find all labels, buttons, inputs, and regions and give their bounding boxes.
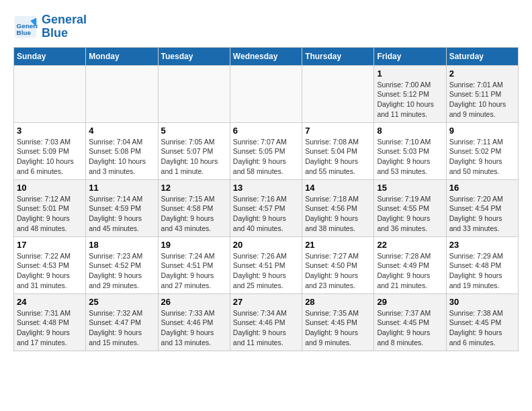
calendar-cell: 26Sunrise: 7:33 AM Sunset: 4:46 PM Dayli… <box>158 293 230 351</box>
day-info: Sunrise: 7:24 AM Sunset: 4:51 PM Dayligh… <box>161 251 227 291</box>
calendar-header: SundayMondayTuesdayWednesdayThursdayFrid… <box>14 47 519 65</box>
weekday-row: SundayMondayTuesdayWednesdayThursdayFrid… <box>14 47 519 65</box>
logo: General Blue GeneralBlue <box>13 13 87 40</box>
calendar-cell: 13Sunrise: 7:16 AM Sunset: 4:57 PM Dayli… <box>230 179 302 236</box>
day-number: 21 <box>305 240 371 250</box>
weekday-header: Monday <box>86 47 158 65</box>
day-info: Sunrise: 7:14 AM Sunset: 4:59 PM Dayligh… <box>89 194 154 234</box>
day-info: Sunrise: 7:34 AM Sunset: 4:46 PM Dayligh… <box>233 308 299 348</box>
calendar-cell <box>230 65 302 122</box>
day-info: Sunrise: 7:29 AM Sunset: 4:48 PM Dayligh… <box>449 251 515 291</box>
weekday-header: Tuesday <box>158 47 230 65</box>
day-info: Sunrise: 7:11 AM Sunset: 5:02 PM Dayligh… <box>449 137 515 177</box>
calendar-cell: 18Sunrise: 7:23 AM Sunset: 4:52 PM Dayli… <box>86 236 158 293</box>
day-number: 18 <box>89 240 154 250</box>
day-number: 2 <box>449 68 515 79</box>
day-number: 12 <box>161 183 227 193</box>
calendar-cell: 21Sunrise: 7:27 AM Sunset: 4:50 PM Dayli… <box>302 236 374 293</box>
calendar-cell: 29Sunrise: 7:37 AM Sunset: 4:45 PM Dayli… <box>374 293 446 351</box>
day-number: 22 <box>377 240 443 250</box>
day-info: Sunrise: 7:04 AM Sunset: 5:08 PM Dayligh… <box>89 137 154 177</box>
calendar: SundayMondayTuesdayWednesdayThursdayFrid… <box>13 47 519 351</box>
calendar-cell <box>158 65 230 122</box>
day-number: 29 <box>377 297 443 307</box>
day-number: 27 <box>233 297 299 307</box>
day-info: Sunrise: 7:23 AM Sunset: 4:52 PM Dayligh… <box>89 251 154 291</box>
day-info: Sunrise: 7:03 AM Sunset: 5:09 PM Dayligh… <box>17 137 83 177</box>
calendar-week-row: 1Sunrise: 7:00 AM Sunset: 5:12 PM Daylig… <box>14 65 519 122</box>
day-info: Sunrise: 7:31 AM Sunset: 4:48 PM Dayligh… <box>17 308 83 348</box>
day-info: Sunrise: 7:22 AM Sunset: 4:53 PM Dayligh… <box>17 251 83 291</box>
day-number: 15 <box>377 183 443 193</box>
day-number: 4 <box>89 126 154 136</box>
day-info: Sunrise: 7:35 AM Sunset: 4:45 PM Dayligh… <box>305 308 371 348</box>
day-info: Sunrise: 7:10 AM Sunset: 5:03 PM Dayligh… <box>377 137 443 177</box>
day-info: Sunrise: 7:12 AM Sunset: 5:01 PM Dayligh… <box>17 194 83 234</box>
calendar-cell <box>86 65 158 122</box>
day-info: Sunrise: 7:00 AM Sunset: 5:12 PM Dayligh… <box>377 80 443 120</box>
calendar-cell: 14Sunrise: 7:18 AM Sunset: 4:56 PM Dayli… <box>302 179 374 236</box>
calendar-cell: 25Sunrise: 7:32 AM Sunset: 4:47 PM Dayli… <box>86 293 158 351</box>
day-info: Sunrise: 7:32 AM Sunset: 4:47 PM Dayligh… <box>89 308 154 348</box>
calendar-cell: 15Sunrise: 7:19 AM Sunset: 4:55 PM Dayli… <box>374 179 446 236</box>
calendar-cell: 3Sunrise: 7:03 AM Sunset: 5:09 PM Daylig… <box>14 122 86 179</box>
day-number: 8 <box>377 126 443 136</box>
day-info: Sunrise: 7:26 AM Sunset: 4:51 PM Dayligh… <box>233 251 299 291</box>
day-number: 16 <box>449 183 515 193</box>
calendar-cell: 9Sunrise: 7:11 AM Sunset: 5:02 PM Daylig… <box>446 122 518 179</box>
calendar-cell: 27Sunrise: 7:34 AM Sunset: 4:46 PM Dayli… <box>230 293 302 351</box>
day-info: Sunrise: 7:27 AM Sunset: 4:50 PM Dayligh… <box>305 251 371 291</box>
calendar-week-row: 17Sunrise: 7:22 AM Sunset: 4:53 PM Dayli… <box>14 236 519 293</box>
day-number: 3 <box>17 126 83 136</box>
logo-text: GeneralBlue <box>42 13 87 40</box>
calendar-cell: 20Sunrise: 7:26 AM Sunset: 4:51 PM Dayli… <box>230 236 302 293</box>
day-number: 5 <box>161 126 227 136</box>
logo-icon: General Blue <box>13 15 38 39</box>
day-info: Sunrise: 7:19 AM Sunset: 4:55 PM Dayligh… <box>377 194 443 234</box>
day-info: Sunrise: 7:16 AM Sunset: 4:57 PM Dayligh… <box>233 194 299 234</box>
day-number: 7 <box>305 126 371 136</box>
calendar-cell: 11Sunrise: 7:14 AM Sunset: 4:59 PM Dayli… <box>86 179 158 236</box>
weekday-header: Friday <box>374 47 446 65</box>
calendar-cell: 19Sunrise: 7:24 AM Sunset: 4:51 PM Dayli… <box>158 236 230 293</box>
day-number: 25 <box>89 297 154 307</box>
calendar-cell: 30Sunrise: 7:38 AM Sunset: 4:45 PM Dayli… <box>446 293 518 351</box>
day-number: 9 <box>449 126 515 136</box>
calendar-cell: 5Sunrise: 7:05 AM Sunset: 5:07 PM Daylig… <box>158 122 230 179</box>
day-number: 30 <box>449 297 515 307</box>
day-number: 10 <box>17 183 83 193</box>
day-number: 13 <box>233 183 299 193</box>
day-info: Sunrise: 7:01 AM Sunset: 5:11 PM Dayligh… <box>449 80 515 120</box>
day-number: 23 <box>449 240 515 250</box>
day-number: 17 <box>17 240 83 250</box>
day-number: 19 <box>161 240 227 250</box>
day-info: Sunrise: 7:37 AM Sunset: 4:45 PM Dayligh… <box>377 308 443 348</box>
calendar-cell <box>302 65 374 122</box>
day-info: Sunrise: 7:07 AM Sunset: 5:05 PM Dayligh… <box>233 137 299 177</box>
day-info: Sunrise: 7:33 AM Sunset: 4:46 PM Dayligh… <box>161 308 227 348</box>
day-number: 11 <box>89 183 154 193</box>
day-info: Sunrise: 7:15 AM Sunset: 4:58 PM Dayligh… <box>161 194 227 234</box>
day-info: Sunrise: 7:08 AM Sunset: 5:04 PM Dayligh… <box>305 137 371 177</box>
day-number: 28 <box>305 297 371 307</box>
calendar-cell: 28Sunrise: 7:35 AM Sunset: 4:45 PM Dayli… <box>302 293 374 351</box>
calendar-cell: 2Sunrise: 7:01 AM Sunset: 5:11 PM Daylig… <box>446 65 518 122</box>
calendar-week-row: 3Sunrise: 7:03 AM Sunset: 5:09 PM Daylig… <box>14 122 519 179</box>
svg-text:Blue: Blue <box>17 28 32 36</box>
calendar-cell: 17Sunrise: 7:22 AM Sunset: 4:53 PM Dayli… <box>14 236 86 293</box>
calendar-cell: 7Sunrise: 7:08 AM Sunset: 5:04 PM Daylig… <box>302 122 374 179</box>
day-number: 6 <box>233 126 299 136</box>
day-number: 14 <box>305 183 371 193</box>
header: General Blue GeneralBlue <box>13 13 519 40</box>
weekday-header: Sunday <box>14 47 86 65</box>
day-number: 26 <box>161 297 227 307</box>
day-number: 20 <box>233 240 299 250</box>
calendar-cell <box>14 65 86 122</box>
weekday-header: Saturday <box>446 47 518 65</box>
calendar-cell: 10Sunrise: 7:12 AM Sunset: 5:01 PM Dayli… <box>14 179 86 236</box>
day-info: Sunrise: 7:20 AM Sunset: 4:54 PM Dayligh… <box>449 194 515 234</box>
calendar-cell: 16Sunrise: 7:20 AM Sunset: 4:54 PM Dayli… <box>446 179 518 236</box>
weekday-header: Wednesday <box>230 47 302 65</box>
day-info: Sunrise: 7:18 AM Sunset: 4:56 PM Dayligh… <box>305 194 371 234</box>
calendar-cell: 22Sunrise: 7:28 AM Sunset: 4:49 PM Dayli… <box>374 236 446 293</box>
